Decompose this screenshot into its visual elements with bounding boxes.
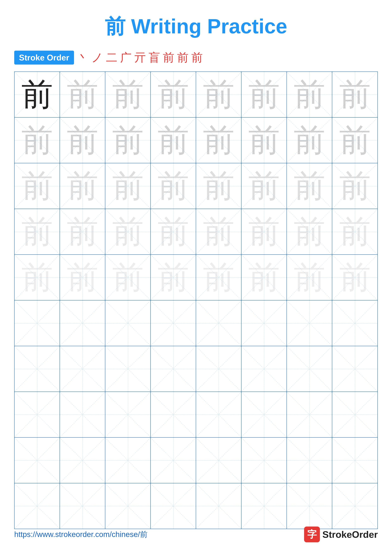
- grid-cell[interactable]: 前: [14, 255, 60, 300]
- grid-cell[interactable]: [60, 392, 105, 437]
- svg-line-124: [287, 392, 332, 437]
- grid-cell[interactable]: 前: [287, 255, 332, 300]
- grid-cell[interactable]: [60, 300, 105, 346]
- grid-cell[interactable]: 前: [60, 255, 105, 300]
- grid-cell[interactable]: 前: [242, 255, 287, 300]
- grid-cell[interactable]: [105, 392, 151, 437]
- grid-cell[interactable]: 前: [287, 209, 332, 254]
- grid-cell[interactable]: [332, 300, 378, 346]
- grid-row: [14, 346, 378, 392]
- grid-cell[interactable]: [14, 483, 60, 529]
- grid-cell[interactable]: [242, 483, 287, 529]
- svg-line-84: [105, 301, 150, 346]
- svg-line-115: [60, 392, 105, 437]
- svg-line-81: [14, 301, 60, 346]
- grid-cell[interactable]: 前: [151, 163, 196, 209]
- grid-cell[interactable]: [151, 483, 196, 529]
- svg-line-89: [196, 301, 241, 346]
- grid-cell[interactable]: 前: [105, 72, 151, 117]
- grid-cell[interactable]: 前: [332, 255, 378, 300]
- grid-cell[interactable]: [242, 346, 287, 392]
- grid-cell[interactable]: 前: [151, 209, 196, 254]
- grid-cell[interactable]: [332, 346, 378, 392]
- stroke-step-6: 盲: [149, 50, 160, 65]
- grid-cell[interactable]: 前: [14, 209, 60, 254]
- grid-cell[interactable]: 前: [105, 117, 151, 163]
- grid-cell[interactable]: [105, 483, 151, 529]
- grid-cell[interactable]: [287, 346, 332, 392]
- grid-cell[interactable]: [242, 438, 287, 483]
- grid-cell[interactable]: 前: [242, 209, 287, 254]
- grid-cell[interactable]: 前: [196, 255, 242, 300]
- grid-cell[interactable]: [151, 438, 196, 483]
- grid-cell[interactable]: [151, 392, 196, 437]
- grid-cell[interactable]: [105, 438, 151, 483]
- grid-cell[interactable]: 前: [242, 72, 287, 117]
- grid-cell[interactable]: [332, 438, 378, 483]
- grid-cell[interactable]: [151, 346, 196, 392]
- grid-cell[interactable]: [242, 392, 287, 437]
- grid-cell[interactable]: 前: [287, 163, 332, 209]
- grid-cell[interactable]: 前: [242, 117, 287, 163]
- grid-cell[interactable]: [14, 392, 60, 437]
- grid-cell[interactable]: 前: [287, 117, 332, 163]
- grid-cell[interactable]: 前: [60, 163, 105, 209]
- grid-cell[interactable]: [60, 483, 105, 529]
- grid-cell[interactable]: [196, 392, 242, 437]
- grid-cell[interactable]: [287, 392, 332, 437]
- grid-cell[interactable]: 前: [105, 209, 151, 254]
- grid-cell[interactable]: 前: [60, 209, 105, 254]
- grid-cell[interactable]: [287, 483, 332, 529]
- grid-cell[interactable]: [196, 346, 242, 392]
- grid-cell[interactable]: [105, 300, 151, 346]
- grid-cell[interactable]: 前: [14, 117, 60, 163]
- svg-line-121: [196, 392, 241, 437]
- grid-cell[interactable]: 前: [151, 72, 196, 117]
- grid-cell[interactable]: 前: [196, 163, 242, 209]
- svg-line-107: [242, 346, 286, 391]
- grid-cell[interactable]: 前: [332, 72, 378, 117]
- grid-cell[interactable]: [60, 438, 105, 483]
- grid-cell[interactable]: 前: [332, 163, 378, 209]
- grid-cell[interactable]: [287, 300, 332, 346]
- grid-cell[interactable]: [105, 346, 151, 392]
- grid-cell[interactable]: [287, 438, 332, 483]
- grid-cell[interactable]: [196, 438, 242, 483]
- grid-cell[interactable]: [14, 346, 60, 392]
- grid-cell[interactable]: 前: [151, 117, 196, 163]
- grid-cell[interactable]: 前: [196, 72, 242, 117]
- grid-cell[interactable]: 前: [14, 163, 60, 209]
- grid-cell[interactable]: [14, 300, 60, 346]
- grid-cell[interactable]: [14, 438, 60, 483]
- grid-cell[interactable]: [332, 483, 378, 529]
- grid-cell[interactable]: [60, 346, 105, 392]
- grid-cell[interactable]: [151, 300, 196, 346]
- grid-cell[interactable]: [242, 300, 287, 346]
- grid-cell[interactable]: 前: [60, 72, 105, 117]
- svg-line-154: [242, 483, 286, 529]
- svg-line-88: [196, 301, 241, 346]
- grid-cell[interactable]: 前: [196, 117, 242, 163]
- svg-line-117: [105, 392, 150, 437]
- grid-cell[interactable]: 前: [151, 255, 196, 300]
- grid-cell[interactable]: [332, 392, 378, 437]
- grid-row: 前 前 前 前 前 前 前 前: [14, 255, 378, 300]
- svg-line-151: [151, 483, 196, 529]
- grid-cell[interactable]: 前: [332, 209, 378, 254]
- grid-cell[interactable]: 前: [287, 72, 332, 117]
- svg-line-86: [151, 301, 196, 346]
- grid-cell[interactable]: 前: [196, 209, 242, 254]
- grid-cell[interactable]: [196, 300, 242, 346]
- svg-line-147: [60, 483, 105, 529]
- grid-cell[interactable]: 前: [242, 163, 287, 209]
- grid-cell[interactable]: 前: [14, 72, 60, 117]
- svg-line-120: [196, 392, 241, 437]
- grid-cell[interactable]: 前: [60, 117, 105, 163]
- grid-cell[interactable]: 前: [332, 117, 378, 163]
- grid-cell[interactable]: 前: [105, 163, 151, 209]
- grid-cell[interactable]: 前: [105, 255, 151, 300]
- svg-line-94: [332, 300, 378, 346]
- grid-cell[interactable]: [196, 483, 242, 529]
- svg-line-106: [242, 346, 286, 391]
- svg-line-95: [332, 300, 378, 346]
